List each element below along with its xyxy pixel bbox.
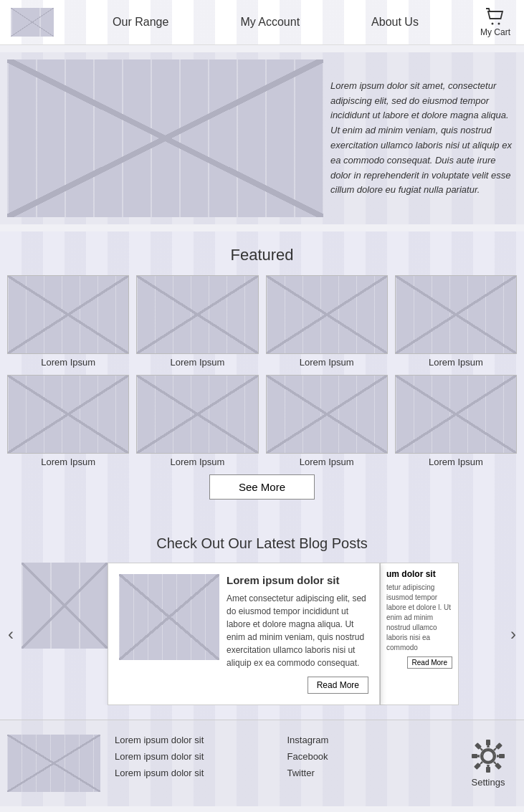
footer-logo [7,735,100,792]
blog-peek-title: um dolor sit [386,569,452,579]
cart-label: My Cart [480,27,510,37]
svg-rect-5 [486,767,490,773]
footer-link-3[interactable]: Lorem ipsum dolor sit [115,768,287,778]
blog-card-title: Lorem ipsum dolor sit [227,574,368,586]
carousel-prev-button[interactable]: ‹ [0,620,22,649]
list-item[interactable]: Lorem Ipsum [136,375,258,467]
footer: Lorem ipsum dolor sit Lorem ipsum dolor … [0,720,524,806]
blog-peek-body: tetur adipiscing isusmod tempor labore e… [386,583,452,653]
svg-point-2 [482,750,494,762]
blog-carousel: ‹ Lorem ipsum dolor sit Amet consectetur… [0,563,524,705]
featured-label-8: Lorem Ipsum [429,457,483,467]
list-item[interactable]: Lorem Ipsum [266,275,388,368]
featured-section: Featured Lorem Ipsum Lorem Ipsum Lorem I… [0,231,524,521]
nav-link-our-range[interactable]: Our Range [113,16,168,29]
hero-image [7,59,323,217]
blog-featured-image [119,574,219,660]
hero-text: Lorem ipsum dolor sit amet, consectetur … [330,59,517,217]
list-item[interactable]: Lorem Ipsum [395,375,517,467]
svg-rect-7 [499,754,505,758]
navigation: Our Range My Account About Us My Cart [0,0,524,45]
featured-label-3: Lorem Ipsum [300,357,354,368]
nav-links: Our Range My Account About Us [65,16,467,29]
blog-section: Check Out Our Latest Blog Posts ‹ Lorem … [0,521,524,720]
featured-image-4 [395,275,517,354]
featured-label-2: Lorem Ipsum [170,357,224,368]
featured-image-1 [7,275,129,354]
featured-label-6: Lorem Ipsum [170,457,224,467]
blog-card-content: Lorem ipsum dolor sit Amet consectetur a… [227,574,368,694]
featured-image-3 [266,275,388,354]
settings-gear-icon [470,738,506,774]
list-item[interactable]: Lorem Ipsum [395,275,517,368]
blog-section-title: Check Out Our Latest Blog Posts [0,535,524,552]
footer-link-1[interactable]: Lorem ipsum dolor sit [115,735,287,745]
list-item[interactable]: Lorem Ipsum [266,375,388,467]
footer-social-twitter[interactable]: Twitter [287,768,460,778]
blog-peek-read-more-button[interactable]: Read More [407,656,452,669]
cart-button[interactable]: My Cart [467,7,524,37]
footer-link-2[interactable]: Lorem ipsum dolor sit [115,751,287,762]
settings-button[interactable]: Settings [459,735,517,788]
logo[interactable] [0,8,65,37]
footer-links: Lorem ipsum dolor sit Lorem ipsum dolor … [115,735,287,778]
svg-point-0 [492,23,494,25]
featured-label-5: Lorem Ipsum [41,457,95,467]
featured-title: Featured [7,246,517,264]
featured-image-5 [7,375,129,454]
featured-label-1: Lorem Ipsum [41,357,95,368]
featured-image-6 [136,375,258,454]
svg-rect-6 [472,754,477,758]
svg-rect-4 [486,740,490,745]
blog-card-small-left[interactable] [22,563,108,705]
svg-point-1 [498,23,500,25]
carousel-track: Lorem ipsum dolor sit Amet consectetur a… [22,563,502,705]
blog-card-peek: um dolor sit tetur adipiscing isusmod te… [380,563,459,705]
list-item[interactable]: Lorem Ipsum [7,375,129,467]
featured-image-7 [266,375,388,454]
footer-social-instagram[interactable]: Instagram [287,735,460,745]
blog-card-featured: Lorem ipsum dolor sit Amet consectetur a… [108,563,380,705]
nav-link-about-us[interactable]: About Us [371,16,419,29]
footer-social-facebook[interactable]: Facebook [287,751,460,762]
footer-social: Instagram Facebook Twitter [287,735,460,778]
list-item[interactable]: Lorem Ipsum [136,275,258,368]
see-more-button[interactable]: See More [209,474,315,500]
blog-read-more-button[interactable]: Read More [308,677,368,694]
settings-label: Settings [472,777,505,788]
hero-section: Lorem ipsum dolor sit amet, consectetur … [0,52,524,224]
nav-link-my-account[interactable]: My Account [240,16,300,29]
featured-grid-row1: Lorem Ipsum Lorem Ipsum Lorem Ipsum Lore… [7,275,517,368]
featured-label-7: Lorem Ipsum [300,457,354,467]
carousel-next-button[interactable]: › [502,620,524,649]
featured-grid-row2: Lorem Ipsum Lorem Ipsum Lorem Ipsum Lore… [7,375,517,467]
blog-card-body: Amet consectetur adipiscing elit, sed do… [227,592,368,669]
cart-icon [485,7,505,27]
featured-image-8 [395,375,517,454]
featured-label-4: Lorem Ipsum [429,357,483,368]
list-item[interactable]: Lorem Ipsum [7,275,129,368]
featured-image-2 [136,275,258,354]
